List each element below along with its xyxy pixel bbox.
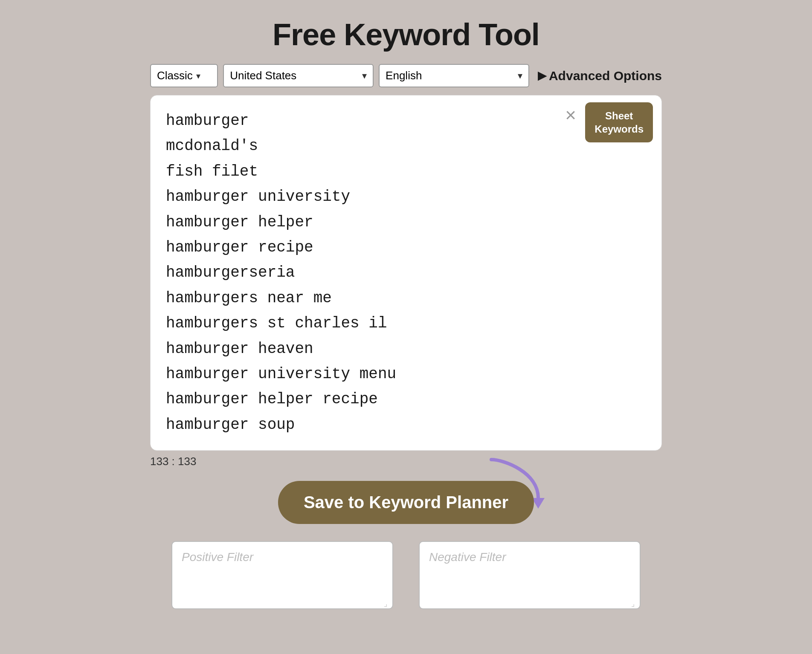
country-dropdown-arrow: ▾ xyxy=(362,70,367,81)
keyword-item: hamburgers near me xyxy=(166,286,646,311)
keyword-box: × SheetKeywords hamburgermcdonald'sfish … xyxy=(150,95,662,451)
save-section: Save to Keyword Planner xyxy=(150,481,662,524)
positive-filter-box[interactable]: Positive Filter ⌟ xyxy=(171,541,393,609)
classic-dropdown-arrow: ▾ xyxy=(196,71,200,81)
classic-dropdown[interactable]: Classic ▾ xyxy=(150,64,218,87)
keyword-item: hamburger university xyxy=(166,184,646,209)
keyword-item: hamburger heaven xyxy=(166,336,646,362)
positive-filter-placeholder: Positive Filter xyxy=(182,550,253,564)
language-dropdown-arrow: ▾ xyxy=(518,70,522,81)
play-icon: ▶ xyxy=(538,69,546,82)
save-to-keyword-planner-button[interactable]: Save to Keyword Planner xyxy=(278,481,534,524)
negative-filter-placeholder: Negative Filter xyxy=(429,550,506,564)
country-label: United States xyxy=(230,69,362,82)
keyword-item: hamburger recipe xyxy=(166,235,646,260)
filters-row: Positive Filter ⌟ Negative Filter ⌟ xyxy=(150,541,662,609)
keyword-item: fish filet xyxy=(166,159,646,184)
advanced-options-label: Advanced Options xyxy=(549,69,662,83)
advanced-options-toggle[interactable]: ▶ Advanced Options xyxy=(538,69,662,83)
classic-label: Classic xyxy=(157,69,193,82)
negative-filter-box[interactable]: Negative Filter ⌟ xyxy=(419,541,641,609)
keyword-list: hamburgermcdonald'sfish filethamburger u… xyxy=(166,108,646,437)
keyword-item: hamburgers st charles il xyxy=(166,311,646,336)
keyword-count: 133 : 133 xyxy=(150,455,662,468)
positive-filter-resize[interactable]: ⌟ xyxy=(384,600,391,607)
sheet-keywords-button[interactable]: SheetKeywords xyxy=(585,102,653,142)
keyword-item: hamburger soup xyxy=(166,412,646,437)
language-label: English xyxy=(386,69,518,82)
keyword-item: hamburger helper recipe xyxy=(166,387,646,412)
keyword-item: mcdonald's xyxy=(166,133,646,159)
keyword-item: hamburger helper xyxy=(166,210,646,235)
keyword-item: hamburger university menu xyxy=(166,362,646,387)
keyword-item: hamburgerseria xyxy=(166,260,646,285)
country-dropdown[interactable]: United States ▾ xyxy=(223,64,374,87)
page-title: Free Keyword Tool xyxy=(273,17,539,52)
negative-filter-resize[interactable]: ⌟ xyxy=(631,600,638,607)
language-dropdown[interactable]: English ▾ xyxy=(379,64,529,87)
clear-button[interactable]: × xyxy=(565,106,576,124)
toolbar: Classic ▾ United States ▾ English ▾ ▶ Ad… xyxy=(150,64,662,87)
